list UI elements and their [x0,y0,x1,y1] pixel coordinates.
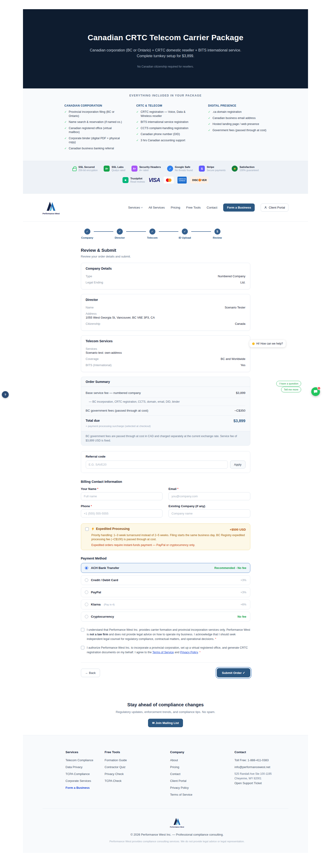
footer-link[interactable]: Cheyenne, WY 82001 [235,777,289,780]
nav-link[interactable]: All Services [149,206,165,209]
brand-logo[interactable]: Performance West [42,200,60,215]
payment-option[interactable]: Credit / Debit Card +3% [81,575,250,585]
amex-logo: AMERICANEXPRESS [177,177,187,184]
footer-link[interactable]: Form a Business [65,786,104,789]
fee-badge: +3% [240,579,246,582]
nav-link[interactable]: Contact [207,206,217,209]
footer-link[interactable]: info@performancewest.net [235,765,289,769]
step-review[interactable]: 5Review [211,228,224,239]
footer-copyright: © 2026 Performance West Inc. — Professio… [65,833,289,836]
footer-link[interactable]: Terms of Service [170,793,235,796]
page: Canadian CRTC Telecom Carrier Package Ca… [23,9,308,853]
agreement-1-checkbox[interactable] [81,628,84,631]
radio-icon[interactable] [85,578,88,582]
payment-option[interactable]: ACH Bank Transfer Recommended - No fee [81,563,250,573]
footer-link[interactable]: Formation Guide [104,758,170,762]
radio-icon[interactable] [85,603,88,606]
visa-logo: VISA [149,177,160,183]
feature-item: .ca domain registration [208,110,267,114]
director-address: 1055 West Georgia St, Vancouver, BC V6E … [86,315,245,321]
nav-link[interactable]: Free Tools [186,206,201,209]
total-due-row: Total due$3,899 [86,415,245,423]
referral-label: Referral code [86,455,245,458]
step-circle: ✓ [149,228,155,235]
feature-item: CCTS complaint-handling registration [136,126,195,130]
chat-quick-reply-question[interactable]: I have a question [276,381,301,386]
agreement-2-checkbox[interactable] [81,646,84,649]
payment-option[interactable]: Klarna (Pay in 4) +6% [81,599,250,609]
payment-option[interactable]: PayPal +3% [81,587,250,597]
badge-trustpilot[interactable]: ★ TrustpilotRead reviews [122,177,145,183]
apply-button[interactable]: Apply [230,461,245,469]
check-icon [64,147,67,151]
form-a-business-button[interactable]: Form a Business [223,204,255,212]
payment-options: ACH Bank Transfer Recommended - No fee C… [81,563,250,622]
footer-link[interactable]: Toll Free: 1-888-411-0383 [235,758,289,762]
help-button[interactable]: ? [2,391,9,398]
nav-link[interactable]: Services [128,206,143,209]
included-heading: EVERYTHING INCLUDED IN YOUR PACKAGE [23,94,308,97]
package-included-section: EVERYTHING INCLUDED IN YOUR PACKAGE CANA… [23,88,308,161]
footer-link[interactable]: Privacy Check [104,772,170,776]
step-id-upload[interactable]: ✓ID Upload [178,228,191,239]
telecom-services-card: Telecom Services Services Scenario test:… [81,335,250,372]
footer-logo: Performance West [170,817,184,828]
footer-link[interactable]: TCPA Compliance [65,772,104,776]
nav-link[interactable]: Pricing [171,206,180,209]
step-label: Telecom [147,236,158,239]
site-footer: Services Telecom ComplianceData PrivacyT… [23,735,308,853]
footer-link[interactable]: Privacy Policy [170,786,235,789]
footer-link[interactable]: Pricing [170,765,235,769]
chevron-down-icon [141,206,143,208]
expedited-checkbox[interactable] [85,527,89,531]
billing-input[interactable] [81,492,163,500]
billing-field: Your Name * [81,487,163,500]
privacy-policy-link[interactable]: Privacy Policy [180,651,198,654]
billing-input[interactable] [169,492,250,500]
client-portal-button[interactable]: Client Portal [261,204,289,212]
check-icon [208,116,210,120]
check-icon [136,132,139,136]
badge-stripe: S StripeSecure payments [199,165,225,172]
footer-link[interactable]: Corporate Services [65,779,104,782]
footer-link[interactable]: TCPA Check [104,779,170,782]
footer-link[interactable]: Contractor Quiz [104,765,170,769]
footer-link[interactable]: Contact [170,772,235,776]
billing-input[interactable] [169,509,250,518]
join-mailing-list-button[interactable]: ✉ Join Mailing List [148,719,183,727]
footer-link[interactable]: Client Portal [170,779,235,782]
footer-link[interactable]: Telecom Compliance [65,758,104,762]
radio-icon[interactable] [85,566,88,570]
radio-icon[interactable] [85,591,88,594]
badge-security-headers: A+ Security HeadersA+ rated [131,165,161,172]
chat-greeting-bubble[interactable]: Hi! How can we help? [249,340,286,347]
submit-order-button[interactable]: Submit Order ✓ [217,668,250,677]
check-icon [64,126,67,134]
feature-list: CRTC registration — Voice, Data & Wirele… [136,110,195,143]
site-header: Performance West ServicesAll ServicesPri… [23,194,308,222]
chat-quick-reply-more[interactable]: Tell me more [281,387,301,392]
surcharge-note: + payment processing surcharge (selected… [86,423,245,431]
step-director[interactable]: ✓Director [113,228,126,239]
referral-code-input[interactable] [86,461,228,469]
footer-link[interactable]: Data Privacy [65,765,104,769]
footer-col-contact: Contact Toll Free: 1-888-411-0383info@pe… [235,750,289,800]
footer-link[interactable]: 525 Randall Ave Ste 100-1195 [235,772,289,775]
back-button[interactable]: ← Back [81,669,100,677]
check-icon [64,136,67,145]
radio-icon[interactable] [85,615,88,618]
expedited-note: Expedited orders require instant-funds p… [91,544,246,547]
billing-input[interactable] [81,509,163,518]
payment-option[interactable]: Cryptocurrency No fee [81,612,250,622]
chat-launcher-button[interactable]: 1 [311,387,320,396]
column-title: CRTC & TELECOM [136,104,195,107]
step-telecom[interactable]: ✓Telecom [146,228,159,239]
footer-link[interactable]: About [170,758,235,762]
billing-fields: Your Name * Email * Phone * Exis [81,487,250,518]
check-icon [64,110,67,118]
gov-fee-row: BC government fees (passed through at co… [86,406,245,415]
footer-link[interactable]: Open Support Ticket [235,781,289,785]
terms-of-service-link[interactable]: Terms of Service [152,651,174,654]
check-icon [136,110,139,118]
step-company[interactable]: ✓Company [81,228,94,239]
